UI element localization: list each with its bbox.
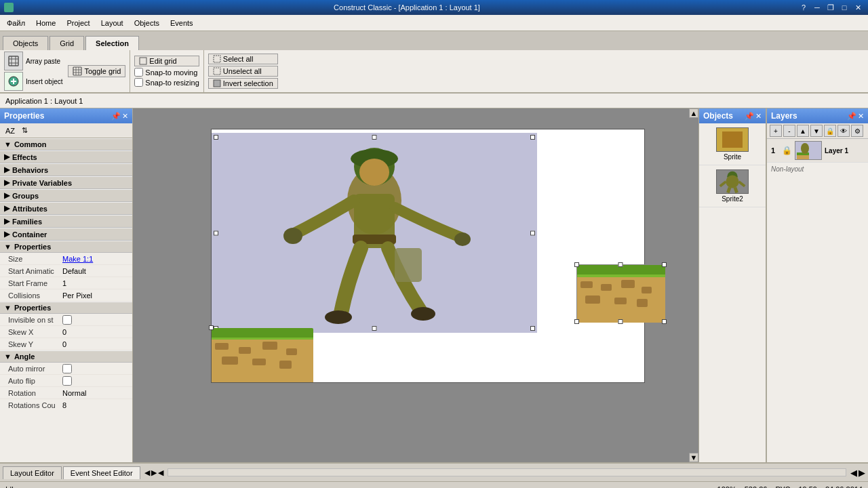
tab-layout-editor[interactable]: Layout Editor <box>3 466 62 479</box>
svg-line-51 <box>739 182 745 186</box>
tab-next-button[interactable]: ▶ <box>151 468 157 477</box>
ground-tile-left <box>212 328 313 382</box>
tab-grid[interactable]: Grid <box>50 36 84 50</box>
snap-resizing-checkbox[interactable]: Snap-to resizing <box>134 78 199 87</box>
help-button[interactable]: ? <box>797 2 810 13</box>
panel-pin-button[interactable]: 📌 <box>111 112 121 121</box>
layer-1-thumb <box>795 141 822 160</box>
section-properties[interactable]: ▼ Properties <box>0 241 132 253</box>
layer-settings-button[interactable]: ⚙ <box>851 125 863 137</box>
invisible-checkbox[interactable] <box>62 315 72 325</box>
toggle-grid-button[interactable]: Toggle grid <box>68 65 125 77</box>
title-bar: Construct Classic - [Application 1 : Lay… <box>0 0 868 15</box>
canvas-outer[interactable] <box>143 119 685 459</box>
section-appearance[interactable]: ▼ Properties <box>0 302 132 314</box>
layers-close-button[interactable]: ✕ <box>858 112 864 121</box>
sprite2-svg <box>717 169 748 194</box>
section-groups[interactable]: ▶ Groups <box>0 189 132 202</box>
layer-up-button[interactable]: ▲ <box>797 125 809 137</box>
section-behaviors[interactable]: ▶ Behaviors <box>0 163 132 176</box>
sprite-label: Sprite <box>724 153 741 161</box>
layer-1-item[interactable]: 1 🔒 Layer 1 <box>767 139 868 163</box>
layers-panel-controls: 📌 ✕ <box>847 112 864 121</box>
rt-handle-tc <box>618 262 623 267</box>
handle-tl <box>214 135 218 140</box>
section-effects[interactable]: ▶ Effects <box>0 150 132 163</box>
objects-pin-button[interactable]: 📌 <box>745 112 754 121</box>
objects-panel-header: Objects 📌 ✕ <box>699 108 766 123</box>
prop-rotation: Rotation Normal <box>0 387 132 399</box>
auto-mirror-checkbox[interactable] <box>62 364 72 373</box>
menu-project[interactable]: Project <box>61 18 95 28</box>
section-attributes[interactable]: ▶ Attributes <box>0 202 132 215</box>
close-button[interactable]: ✕ <box>852 2 864 13</box>
scroll-left-button[interactable]: ◀ <box>850 468 857 478</box>
canvas-scroll-down[interactable]: ▼ <box>689 453 698 462</box>
tab-menu-button[interactable]: ◀ <box>158 468 163 477</box>
menu-layout[interactable]: Layout <box>96 18 129 28</box>
section-angle[interactable]: ▼ Angle <box>0 350 132 363</box>
sort-type-button[interactable]: ⇅ <box>19 125 31 136</box>
prop-auto-flip: Auto flip <box>0 375 132 387</box>
svg-rect-46 <box>614 298 627 304</box>
add-layer-button[interactable]: + <box>770 125 782 137</box>
menu-file[interactable]: Файл <box>1 18 31 28</box>
ground-tile-right <box>576 264 665 322</box>
ground-svg-right <box>577 265 665 323</box>
toolbar-selection-section: Select all Unselect all Invert selection <box>204 50 282 92</box>
rt-handle-bl <box>574 319 579 324</box>
panel-close-button[interactable]: ✕ <box>122 112 128 121</box>
layers-pin-button[interactable]: 📌 <box>847 112 856 121</box>
snap-moving-checkbox[interactable]: Snap-to moving <box>134 68 199 77</box>
invert-selection-button[interactable]: Invert selection <box>208 78 278 89</box>
private-vars-collapse-icon: ▶ <box>4 178 9 187</box>
objects-panel: Objects 📌 ✕ Sprite <box>698 108 766 462</box>
delete-layer-button[interactable]: - <box>783 125 795 137</box>
tab-objects[interactable]: Objects <box>3 36 48 50</box>
layer-1-lock-icon: 🔒 <box>782 146 792 155</box>
canvas-scroll-up[interactable]: ▲ <box>689 108 698 118</box>
sort-alpha-button[interactable]: AZ <box>3 125 18 136</box>
layer-lock-button[interactable]: 🔒 <box>824 125 836 137</box>
layer-down-button[interactable]: ▼ <box>810 125 823 137</box>
menu-events[interactable]: Events <box>165 18 199 28</box>
menu-objects[interactable]: Objects <box>129 18 165 28</box>
insert-object-icon[interactable] <box>4 72 23 91</box>
window-controls[interactable]: ? ─ ❐ □ ✕ <box>797 2 864 13</box>
object-sprite[interactable]: Sprite <box>699 123 766 165</box>
tab-selection[interactable]: Selection <box>85 36 139 50</box>
auto-flip-checkbox[interactable] <box>62 376 72 386</box>
common-collapse-icon: ▼ <box>4 140 12 148</box>
minimize-button[interactable]: ─ <box>811 2 823 13</box>
behaviors-collapse-icon: ▶ <box>4 165 9 174</box>
status-idle: Idle <box>5 485 18 489</box>
container-collapse-icon: ▶ <box>4 230 9 239</box>
layer-visible-button[interactable]: 👁 <box>837 125 850 137</box>
tab-event-sheet-editor[interactable]: Event Sheet Editor <box>63 466 140 479</box>
section-private-variables[interactable]: ▶ Private Variables <box>0 176 132 189</box>
objects-close-button[interactable]: ✕ <box>755 112 762 121</box>
tab-prev-button[interactable]: ◀ <box>144 468 150 477</box>
section-families[interactable]: ▶ Families <box>0 215 132 228</box>
restore-button[interactable]: ❐ <box>825 2 837 13</box>
attributes-collapse-icon: ▶ <box>4 204 9 213</box>
svg-rect-8 <box>73 67 81 75</box>
array-paste-icon[interactable] <box>4 52 23 70</box>
section-common[interactable]: ▼ Common <box>0 138 132 150</box>
layers-panel: Layers 📌 ✕ + - ▲ ▼ 🔒 👁 ⚙ 1 🔒 <box>766 108 868 462</box>
section-container[interactable]: ▶ Container <box>0 228 132 241</box>
rt-handle-bc <box>618 319 623 324</box>
edit-grid-button[interactable]: Edit grid <box>134 56 199 66</box>
bottom-scrollbar[interactable] <box>167 468 846 476</box>
menu-home[interactable]: Home <box>31 18 61 28</box>
angle-collapse-icon: ▼ <box>4 352 12 361</box>
scroll-right-button[interactable]: ▶ <box>859 468 865 478</box>
object-sprite2[interactable]: Sprite2 <box>699 165 766 207</box>
maximize-button[interactable]: □ <box>838 2 850 13</box>
svg-rect-34 <box>286 348 297 355</box>
layout-area[interactable] <box>211 129 645 383</box>
select-all-button[interactable]: Select all <box>208 54 278 64</box>
prop-start-animation: Start Animatic Default <box>0 265 132 277</box>
unselect-all-button[interactable]: Unselect all <box>208 66 278 77</box>
properties-panel-header: Properties 📌 ✕ <box>0 108 132 123</box>
